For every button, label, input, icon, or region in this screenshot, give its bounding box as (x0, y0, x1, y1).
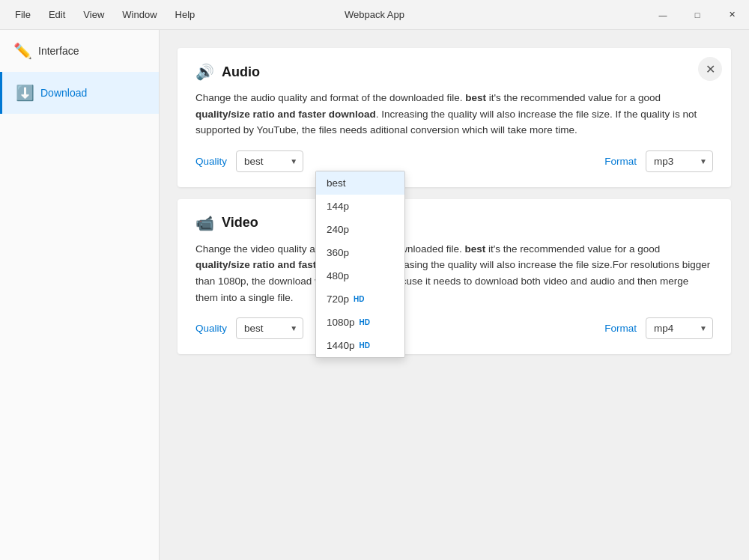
download-icon: ⬇️ (16, 84, 34, 102)
dropdown-item-label: 720p (327, 293, 349, 305)
audio-icon: 🔊 (195, 63, 214, 81)
menu-edit[interactable]: Edit (40, 3, 74, 26)
sidebar-item-interface[interactable]: ✏️ Interface (0, 30, 159, 72)
video-format-label: Format (604, 323, 637, 334)
quality-dropdown: best144p240p360p480p720pHD1080pHD1440pHD (315, 171, 405, 358)
audio-section-header: 🔊 Audio (195, 63, 713, 81)
dropdown-item-label: best (327, 177, 346, 189)
dropdown-item[interactable]: 144p (316, 195, 404, 218)
interface-icon: ✏️ (13, 42, 32, 60)
audio-title: Audio (222, 64, 260, 80)
audio-quality-label: Quality (195, 156, 227, 167)
sidebar-item-download[interactable]: ⬇️ Download (0, 72, 159, 114)
video-format-group: Format mp4 mkv webm avi ▼ (604, 317, 713, 339)
hd-badge: HD (354, 295, 364, 303)
video-title: Video (222, 215, 258, 231)
video-format-select-wrapper: mp4 mkv webm avi ▼ (646, 317, 713, 339)
dropdown-item[interactable]: 480p (316, 264, 404, 287)
dropdown-item[interactable]: 240p (316, 218, 404, 241)
audio-quality-select-wrapper: best 144p 240p 360p 480p ▼ (236, 150, 303, 172)
audio-section: 🔊 Audio ✕ Change the audio quality and f… (178, 48, 731, 187)
video-section-header: 📹 Video (195, 214, 713, 232)
audio-format-select-wrapper: mp3 aac flac wav ogg ▼ (646, 150, 713, 172)
dropdown-item-label: 480p (327, 270, 349, 281)
maximize-button[interactable]: □ (680, 0, 715, 30)
close-button[interactable]: ✕ (715, 0, 749, 30)
video-description: Change the video quality and format of t… (195, 241, 713, 305)
content-area: 🔊 Audio ✕ Change the audio quality and f… (160, 30, 749, 560)
audio-quality-select[interactable]: best 144p 240p 360p 480p (236, 150, 303, 172)
sidebar: ✏️ Interface ⬇️ Download (0, 30, 160, 560)
dropdown-item[interactable]: 720pHD (316, 287, 404, 311)
video-controls: Quality best ▼ Format mp4 mkv webm avi (195, 317, 713, 339)
menu-help[interactable]: Help (166, 3, 204, 26)
menu-window[interactable]: Window (113, 3, 166, 26)
menu-file[interactable]: File (6, 3, 40, 26)
audio-controls: Quality best 144p 240p 360p 480p ▼ Forma… (195, 150, 713, 172)
hd-badge: HD (360, 341, 370, 350)
window-controls: — □ ✕ (646, 0, 749, 30)
audio-format-group: Format mp3 aac flac wav ogg ▼ (604, 150, 713, 172)
video-quality-select-wrapper: best ▼ (236, 317, 303, 339)
sidebar-label-download: Download (40, 87, 87, 99)
video-quality-label: Quality (195, 323, 227, 334)
video-quality-select[interactable]: best (236, 317, 303, 339)
dropdown-item[interactable]: 360p (316, 241, 404, 264)
video-icon: 📹 (195, 214, 214, 232)
dropdown-item[interactable]: best (316, 171, 404, 195)
dropdown-item[interactable]: 1080pHD (316, 311, 404, 334)
menu-view[interactable]: View (74, 3, 113, 26)
audio-close-button[interactable]: ✕ (698, 57, 722, 81)
dropdown-item[interactable]: 1440pHD (316, 334, 404, 357)
minimize-button[interactable]: — (646, 0, 680, 30)
hd-badge: HD (360, 318, 370, 326)
dropdown-item-label: 360p (327, 247, 349, 258)
dropdown-item-label: 240p (327, 224, 349, 235)
dropdown-item-label: 1440p (327, 340, 355, 351)
dropdown-item-label: 1080p (327, 317, 355, 328)
dropdown-item-label: 144p (327, 201, 349, 212)
menu-bar: File Edit View Window Help (0, 3, 204, 26)
sidebar-label-interface: Interface (38, 45, 79, 57)
app-title: Webpack App (345, 9, 404, 20)
audio-description: Change the audio quality and format of t… (195, 90, 713, 139)
video-format-select[interactable]: mp4 mkv webm avi (646, 317, 713, 339)
audio-format-select[interactable]: mp3 aac flac wav ogg (646, 150, 713, 172)
titlebar: File Edit View Window Help Webpack App —… (0, 0, 749, 30)
video-section: 📹 Video Change the video quality and for… (178, 199, 731, 354)
audio-format-label: Format (604, 156, 637, 167)
